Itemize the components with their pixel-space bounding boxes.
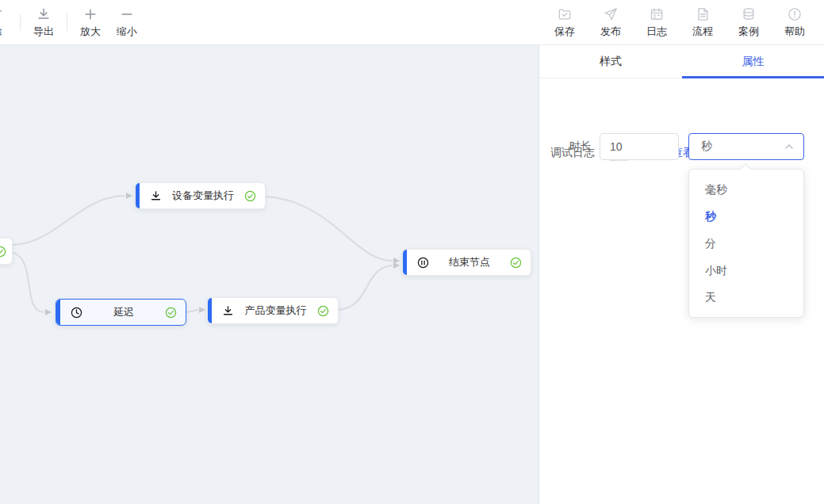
node-accent-bar	[208, 298, 212, 323]
dropdown-option-milliseconds[interactable]: 毫秒	[689, 176, 803, 203]
toolbar-button-label: 案例	[738, 25, 759, 39]
download-icon	[36, 6, 52, 22]
check-circle-icon	[164, 306, 178, 319]
node-accent-bar	[56, 300, 60, 325]
toolbar-button-help[interactable]: 帮助	[776, 6, 813, 39]
toolbar-button-zoom-out[interactable]: 缩小	[109, 6, 145, 39]
node-label: 设备变量执行	[163, 189, 243, 203]
toolbar-divider	[20, 13, 21, 31]
edge-start-to-device	[13, 196, 125, 245]
save-icon	[557, 6, 573, 22]
help-icon	[787, 6, 803, 22]
toolbar-button-label: 发布	[600, 25, 621, 39]
check-circle-icon	[0, 245, 7, 258]
top-toolbar: 除 导出 放大 缩小 保存 发布	[0, 0, 824, 45]
toolbar-button-export[interactable]: 导出	[25, 6, 62, 39]
send-icon	[603, 6, 619, 22]
edge-start-to-delay	[11, 252, 44, 312]
main-area: 设备变量执行 结束节点 延迟 产品变量执行	[0, 45, 824, 504]
properties-panel: 样式 属性 调试日志 查看 时长 秒	[539, 45, 824, 504]
check-circle-icon	[509, 256, 523, 269]
edge-device-to-end	[266, 197, 393, 261]
edge-product-to-end	[339, 265, 393, 310]
toolbar-button-logs[interactable]: 日志	[638, 6, 675, 39]
check-circle-icon	[316, 304, 330, 318]
document-icon	[695, 6, 711, 22]
duration-label: 时长	[569, 139, 592, 154]
node-label: 结束节点	[430, 255, 509, 269]
toolbar-button-save[interactable]: 保存	[546, 6, 583, 39]
chevron-up-icon	[783, 140, 795, 153]
toolbar-button-label: 除	[0, 25, 2, 39]
toolbar-button-label: 导出	[33, 25, 54, 39]
duration-unit-select[interactable]: 秒	[688, 133, 804, 160]
flow-node-end[interactable]: 结束节点	[402, 249, 531, 276]
plus-icon	[82, 6, 98, 22]
trash-icon	[0, 6, 5, 22]
flow-node-device-variable[interactable]: 设备变量执行	[135, 182, 266, 209]
flow-node-start[interactable]	[0, 238, 13, 265]
duration-input[interactable]	[600, 133, 679, 160]
dropdown-arrow	[740, 163, 751, 174]
panel-tabs: 样式 属性	[539, 45, 824, 78]
toolbar-button-label: 保存	[554, 25, 575, 39]
unit-dropdown: 毫秒 秒 分 小时 天	[688, 169, 804, 318]
download-icon	[221, 304, 235, 318]
selected-unit: 秒	[701, 139, 783, 154]
flow-editor-app: 除 导出 放大 缩小 保存 发布	[0, 0, 824, 504]
tab-properties[interactable]: 属性	[682, 45, 824, 78]
flow-node-product-variable[interactable]: 产品变量执行	[207, 297, 339, 324]
dropdown-option-days[interactable]: 天	[689, 284, 803, 311]
download-icon	[149, 189, 163, 203]
toolbar-button-zoom-in[interactable]: 放大	[72, 6, 109, 39]
calendar-icon	[649, 6, 665, 22]
toolbar-right-group: 保存 发布 日志 流程 案例 帮助	[546, 0, 824, 44]
toolbar-button-label: 帮助	[784, 25, 805, 39]
toolbar-left-group: 除 导出 放大 缩小	[0, 0, 145, 44]
toolbar-button-delete[interactable]: 除	[0, 6, 15, 39]
dropdown-option-seconds[interactable]: 秒	[689, 203, 803, 230]
clock-icon	[70, 306, 83, 319]
flow-node-delay[interactable]: 延迟	[56, 299, 186, 326]
toolbar-button-label: 放大	[80, 25, 101, 39]
node-label: 产品变量执行	[235, 304, 316, 318]
check-circle-icon	[243, 189, 257, 203]
minus-icon	[119, 6, 135, 22]
edge-delay-to-product	[185, 310, 198, 312]
duration-row: 时长	[569, 133, 679, 160]
database-icon	[741, 6, 757, 22]
node-label: 延迟	[83, 305, 164, 319]
node-accent-bar	[136, 183, 140, 208]
toolbar-divider	[67, 13, 67, 31]
toolbar-button-label: 流程	[692, 25, 713, 39]
node-accent-bar	[403, 250, 407, 275]
pause-circle-icon	[416, 256, 430, 269]
flow-canvas[interactable]: 设备变量执行 结束节点 延迟 产品变量执行	[0, 45, 539, 504]
toolbar-button-flow[interactable]: 流程	[684, 6, 721, 39]
dropdown-option-minutes[interactable]: 分	[689, 230, 803, 257]
toolbar-button-cases[interactable]: 案例	[730, 6, 767, 39]
dropdown-option-hours[interactable]: 小时	[689, 257, 803, 284]
toolbar-button-label: 缩小	[117, 25, 137, 39]
toolbar-button-label: 日志	[646, 25, 667, 39]
tab-style[interactable]: 样式	[539, 45, 682, 78]
toolbar-button-publish[interactable]: 发布	[592, 6, 629, 39]
